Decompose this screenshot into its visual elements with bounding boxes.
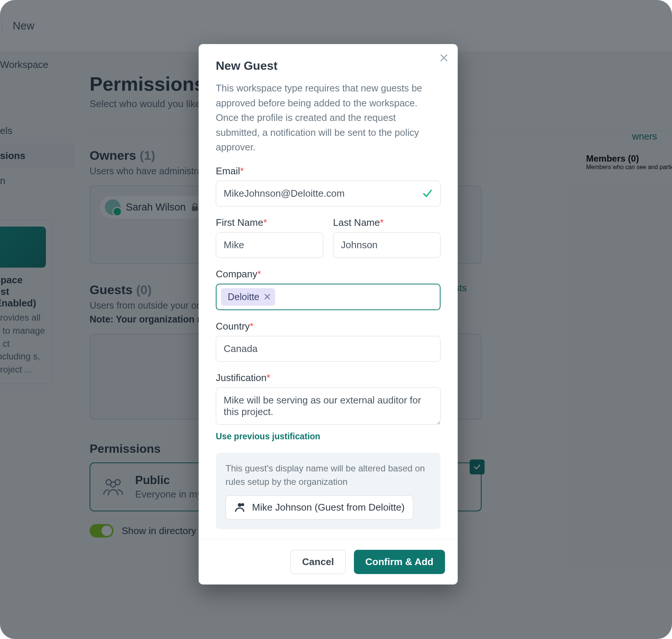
country-field[interactable] bbox=[216, 336, 441, 362]
last-name-label: Last Name* bbox=[333, 217, 441, 228]
justification-label: Justification* bbox=[216, 372, 441, 384]
guest-display-chip: Mike Johnson (Guest from Deloitte) bbox=[225, 495, 413, 520]
note-text: This guest's display name will be altere… bbox=[225, 462, 431, 489]
company-tag: Deloitte bbox=[221, 288, 275, 306]
display-name-note: This guest's display name will be altere… bbox=[216, 453, 441, 529]
guest-icon bbox=[234, 502, 245, 513]
confirm-add-button[interactable]: Confirm & Add bbox=[354, 550, 445, 574]
use-previous-link[interactable]: Use previous justification bbox=[216, 431, 320, 442]
company-tag-label: Deloitte bbox=[228, 292, 259, 302]
first-name-field[interactable] bbox=[216, 232, 323, 258]
svg-point-5 bbox=[241, 503, 244, 506]
justification-field[interactable] bbox=[216, 387, 441, 425]
check-icon bbox=[422, 188, 433, 199]
first-name-label: First Name* bbox=[216, 217, 323, 228]
modal-description: This workspace type requires that new gu… bbox=[216, 81, 441, 155]
remove-tag-icon[interactable] bbox=[264, 293, 271, 300]
company-label: Company* bbox=[216, 268, 441, 280]
email-field[interactable] bbox=[216, 181, 441, 206]
svg-point-4 bbox=[238, 503, 242, 507]
new-guest-modal: New Guest This workspace type requires t… bbox=[199, 44, 458, 585]
guest-display-name: Mike Johnson (Guest from Deloitte) bbox=[252, 502, 405, 513]
country-label: Country* bbox=[216, 321, 441, 332]
close-icon[interactable] bbox=[439, 53, 449, 63]
cancel-button[interactable]: Cancel bbox=[290, 550, 345, 574]
email-label: Email* bbox=[216, 165, 441, 177]
modal-footer: Cancel Confirm & Add bbox=[199, 539, 458, 585]
company-field[interactable]: Deloitte bbox=[216, 284, 441, 310]
last-name-field[interactable] bbox=[333, 232, 441, 258]
modal-title: New Guest bbox=[216, 59, 441, 73]
